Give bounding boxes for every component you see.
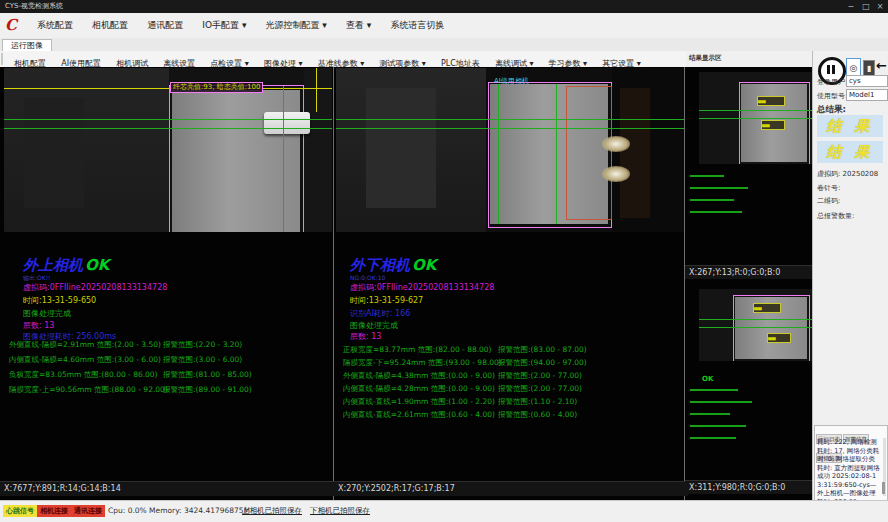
- comm-connection-badge: 通讯连接: [71, 505, 105, 517]
- close-icon[interactable]: ×: [873, 0, 887, 13]
- pane-divider: [684, 67, 685, 500]
- preview-bottom-ok: OK: [702, 375, 713, 383]
- right-control-panel: ◎ ▮ ← 登录用户: cys 使用型号: Model1 总结果: 结 果 结 …: [812, 51, 888, 500]
- preview-bottom-overlay: ▄▄: [753, 303, 781, 313]
- heartbeat-status-badge: 心跳信号: [3, 505, 37, 517]
- app-window: CYS-视觉检测系统 ─ □ × C 系统配置 相机配置 通讯配置 IO手配置 …: [0, 0, 888, 522]
- preview-top-overlay: ▄▄: [761, 120, 785, 130]
- maximize-icon[interactable]: □: [859, 0, 873, 13]
- left-camera-title: 外上相机OK: [23, 256, 109, 275]
- reel-number-label: 卷针号:: [817, 183, 840, 193]
- menu-system-config[interactable]: 系统配置: [30, 13, 80, 38]
- tab-bar: 运行图像: [0, 38, 888, 52]
- barcode-value: 20250208: [843, 170, 879, 178]
- log-scrollbar[interactable]: [883, 438, 886, 496]
- preview-top-overlay: ▄▄: [757, 96, 785, 106]
- title-bar: CYS-视觉检测系统 ─ □ ×: [0, 0, 888, 13]
- camera-connection-badge: 相机连接: [37, 505, 71, 517]
- middle-measurement-row: 内侧直线-直线=2.61mm 范围:(0.60 - 4.00)报警范围:(0.6…: [343, 410, 673, 420]
- main-workspace: 纤芯亮值:93, 暗态亮值:100 外上相机OK 输出:OK!! 虚拟码:0FF…: [0, 67, 812, 500]
- left-pixel-coords: X:7677;Y:891;R:14;G:14;B:14: [0, 481, 337, 496]
- left-measurement-row: 内侧直线-隔膜=4.60mm 范围:(3.00 - 6.00)报警范围:(3.0…: [9, 355, 319, 365]
- middle-measurement-row: 正极宽度=83.77mm 范围:(82.00 - 88.00)报警范围:(83.…: [343, 345, 673, 355]
- connector-blob: [264, 112, 310, 134]
- left-overlay-label: 纤芯亮值:93, 暗态亮值:100: [170, 82, 263, 93]
- model-label: 使用型号:: [817, 91, 847, 101]
- barcode-label: 虚拟码: 20250208: [817, 169, 878, 179]
- middle-measurement-row: 外侧直线-隔膜=4.38mm 范围:(0.00 - 9.00)报警范围:(2.0…: [343, 371, 673, 381]
- result-box-bottom: 结 果: [817, 141, 883, 163]
- bottom-camera-saved-text: 下相机已拍照保存: [310, 506, 370, 516]
- minimize-icon[interactable]: ─: [844, 0, 858, 13]
- preview-bottom-image[interactable]: ▄▄ ▄▄: [699, 289, 812, 361]
- toolbar-grip[interactable]: [1, 53, 3, 65]
- menu-camera-config[interactable]: 相机配置: [85, 13, 135, 38]
- preview-header-label: 结果显示区: [686, 51, 725, 66]
- menu-light-config[interactable]: 光源控制配置 ▾: [259, 13, 334, 38]
- middle-camera-title: 外下相机OK: [350, 256, 436, 275]
- status-bar: 心跳信号 相机连接 通讯连接 Cpu: 0.0% Memory: 3424.41…: [0, 500, 888, 522]
- top-camera-saved-text: 上相机已拍照保存: [242, 506, 302, 516]
- model-field[interactable]: Model1: [846, 89, 888, 101]
- middle-result-ok: OK: [412, 256, 436, 274]
- login-user-label: 登录用户:: [817, 77, 847, 87]
- left-time: 时间:13-31-59-650: [23, 295, 96, 306]
- left-measurement-row: 隔膜宽度-上=90.56mm 范围:(88.00 - 92.00)报警范围:(8…: [9, 385, 319, 395]
- left-layer-count: 层数: 13: [23, 320, 54, 331]
- log-text: 耗时: 222, 网络检测耗时: 17, 网络分类耗时: 0, 网络提取分类耗时…: [817, 438, 881, 506]
- middle-measurement-row: 内侧直线-直线=1.90mm 范围:(1.00 - 2.20)报警范围:(1.1…: [343, 397, 673, 407]
- middle-camera-image[interactable]: AI使用相机: [336, 68, 684, 232]
- preview-bottom-overlay: ▄▄: [767, 333, 791, 343]
- app-logo-icon: C: [5, 16, 17, 34]
- toolbar: 相机配置 AI使用配置 相机调试 离线设置 点检设置 ▾ 图像处理 ▾ 基准线参…: [0, 51, 686, 68]
- pane-divider: [333, 67, 334, 500]
- back-button[interactable]: ←: [876, 58, 887, 73]
- middle-overlay-label: AI使用相机: [494, 76, 529, 86]
- menu-language-switch[interactable]: 系统语言切换: [383, 13, 451, 38]
- preview-top-image[interactable]: ▄▄ ▄▄: [699, 72, 812, 164]
- preview-top-coords: X:267;Y:13;R:0;G:0;B:0: [685, 265, 816, 279]
- result-box-top: 结 果: [817, 115, 883, 137]
- menu-comm-config[interactable]: 通讯配置: [140, 13, 190, 38]
- middle-ai-elapsed: 识别AI耗时: 166: [350, 308, 410, 319]
- middle-camera-subtitle: NG:0;OK:10: [350, 274, 385, 281]
- preview-bottom-coords: X:311;Y:980;R:0;G:0;B:0: [685, 480, 816, 494]
- alarm-count-label: 总报警数量:: [817, 211, 854, 221]
- middle-barcode: 虚拟码:0FFIline20250208133134728: [350, 282, 494, 293]
- log-box: 运行日志报警信息报错信息 耗时: 222, 网络检测耗时: 17, 网络分类耗时…: [814, 425, 888, 501]
- qr-code-label: 二维码:: [817, 196, 840, 206]
- cpu-memory-text: Cpu: 0.0% Memory: 3424.41796875M: [108, 506, 250, 515]
- middle-pixel-coords: X:270;Y:2502;R:17;G:17;B:17: [334, 481, 688, 496]
- menu-view[interactable]: 查看 ▾: [339, 13, 378, 38]
- middle-time: 时间:13-31-59-627: [350, 295, 423, 306]
- left-result-ok: OK: [85, 256, 109, 274]
- left-status: 图像处理完成: [23, 308, 71, 319]
- middle-status: 图像处理完成: [350, 320, 398, 331]
- left-barcode: 虚拟码:0FFIline20250208133134728: [23, 282, 167, 293]
- login-user-field[interactable]: cys: [846, 75, 888, 87]
- left-measurement-row: 负极宽度=83.05mm 范围:(80.00 - 86.00)报警范围:(81.…: [9, 370, 319, 380]
- menu-io-config[interactable]: IO手配置 ▾: [195, 13, 253, 38]
- left-camera-image[interactable]: 纤芯亮值:93, 暗态亮值:100: [4, 68, 332, 232]
- middle-layer-count: 层数: 13: [350, 331, 381, 342]
- middle-measurement-row: 内侧直线-隔膜=4.28mm 范围:(0.00 - 9.00)报警范围:(2.0…: [343, 384, 673, 394]
- window-title: CYS-视觉检测系统: [5, 0, 63, 13]
- left-measurement-row: 外侧直线-隔膜=2.91mm 范围:(2.00 - 3.50)报警范围:(2.2…: [9, 340, 319, 350]
- middle-measurement-row: 隔膜宽度-下=95.24mm 范围:(93.00 - 98.00)报警范围:(9…: [343, 358, 673, 368]
